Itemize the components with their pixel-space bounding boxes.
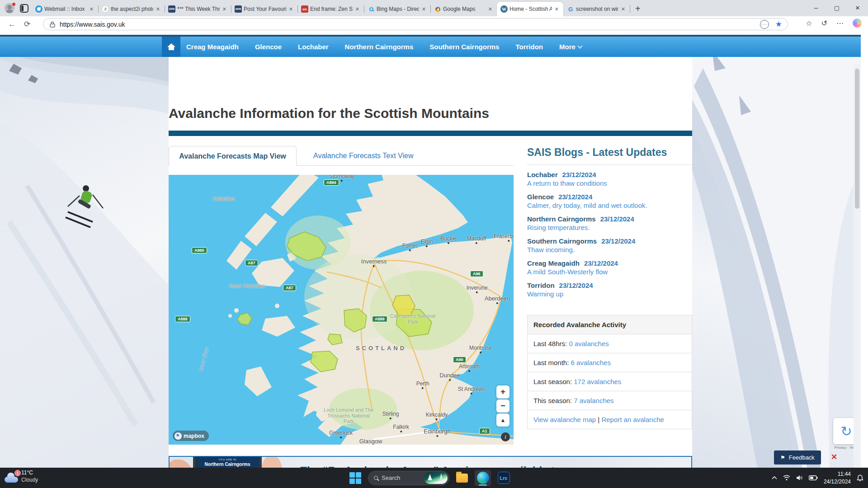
back-button[interactable]: ← (8, 20, 16, 29)
app-promo-banner[interactable]: YOU ARE IN Northern Cairngorms AVALANCHE… (169, 456, 692, 468)
map-compass-button[interactable]: ▲ (496, 413, 509, 427)
tab-close-icon[interactable]: ✕ (421, 6, 427, 12)
browser-profile-button[interactable] (5, 3, 15, 14)
tab-close-icon[interactable]: ✕ (288, 6, 294, 12)
maximize-button[interactable]: ▢ (826, 0, 847, 15)
activity-footer-link[interactable]: View avalanche map (533, 416, 596, 423)
battery-icon[interactable] (809, 475, 818, 480)
taskbar-search[interactable]: Search (368, 471, 449, 485)
sidebar-nav-lochaber[interactable]: Lochaber (298, 43, 329, 51)
activity-row: Last month: 6 avalanches (528, 353, 692, 372)
refresh-button[interactable]: ⟳ (24, 19, 30, 29)
edge-active-indicator (479, 484, 487, 486)
blog-post-link[interactable]: Calmer, dry today, mild and wet outlook. (527, 202, 692, 209)
map-zoom-out-button[interactable]: − (496, 399, 509, 413)
scrollbar-thumb[interactable] (855, 69, 859, 209)
edge-icon (477, 472, 489, 484)
activity-count-link[interactable]: 0 avalanches (569, 340, 609, 347)
map-zoom-in-button[interactable]: + (496, 385, 509, 399)
activity-count-link[interactable]: 7 avalanches (574, 397, 613, 404)
map-city-dot (468, 370, 470, 372)
file-explorer-button[interactable] (454, 470, 470, 486)
browser-tab[interactable]: Bing Maps - Directions✕ (364, 2, 430, 16)
weather-widget[interactable]: 1 11°C Cloudy (5, 469, 38, 483)
browser-tab[interactable]: 2the aspect2i photogra✕ (98, 2, 165, 16)
tab-close-icon[interactable]: ✕ (155, 6, 161, 12)
volume-icon[interactable] (796, 475, 803, 481)
browser-tab[interactable]: Webmail :: Inbox✕ (32, 2, 98, 16)
tab-workspaces-icon[interactable] (20, 4, 28, 13)
sidebar-nav-southern-cairngorms[interactable]: Southern Cairngorms (429, 43, 499, 51)
map-label-forres: Forres (402, 243, 418, 251)
browser-tab[interactable]: onEnd frame: Zen Shadow✕ (297, 2, 364, 16)
search-daily-image[interactable] (424, 472, 448, 484)
edge-browser-button[interactable] (475, 470, 491, 486)
browser-scrollbar[interactable] (854, 64, 861, 468)
clock[interactable]: 11:44 24/12/2024 (824, 470, 851, 485)
nav-more-dropdown[interactable]: More (559, 43, 582, 51)
copilot-icon[interactable] (853, 19, 862, 28)
browser-tab[interactable]: DPRPost Your Favourite Pic✕ (231, 2, 297, 16)
tab-close-icon[interactable]: ✕ (354, 6, 360, 12)
map-label-glasgow: Glasgow (359, 438, 382, 445)
feedback-button[interactable]: ⚑ Feedback (774, 450, 821, 465)
map-label-dundee: Dundee (439, 372, 460, 381)
blog-post-link[interactable]: A mild South-Westerly flow (527, 268, 692, 276)
minimize-button[interactable]: ─ (806, 0, 826, 15)
browser-tab[interactable]: Google Maps✕ (430, 2, 497, 16)
road-badge-a87: A87 (283, 285, 296, 291)
address-bar[interactable]: https://www.sais.gov.uk ··· ★ (43, 18, 788, 30)
sidebar-nav-northern-cairngorms[interactable]: Northern Cairngorms (345, 43, 414, 51)
sidebar-nav-creag-meagaidh[interactable]: Creag Meagaidh (186, 43, 239, 51)
activity-heading: Recorded Avalanche Activity (528, 315, 692, 334)
browser-tab[interactable]: Gscreenshot on window✕ (563, 2, 630, 16)
map-label-text: Montrose (469, 345, 492, 351)
notifications-bell-icon[interactable] (857, 474, 863, 482)
activity-footer-link[interactable]: Report an avalanche (601, 416, 664, 423)
map-label-text: SCOTLAND (356, 345, 406, 352)
home-nav-button[interactable] (162, 37, 180, 57)
new-tab-button[interactable]: + (635, 4, 641, 14)
history-icon[interactable]: ↺ (821, 19, 827, 28)
map-info-button[interactable]: i (501, 432, 510, 441)
blog-post-name: Torridon (527, 282, 555, 289)
tab-close-icon[interactable]: ✕ (554, 6, 560, 12)
tab-text-view[interactable]: Avalanche Forecasts Text View (305, 146, 421, 166)
settings-menu-icon[interactable]: ⋯ (836, 19, 844, 28)
mapbox-logo[interactable]: mapbox (173, 431, 209, 441)
lightroom-button[interactable]: Lrc (495, 470, 512, 486)
activity-count-link[interactable]: 6 avalanches (571, 359, 611, 366)
map-label-text: Kirkcaldy (426, 412, 448, 418)
tab-map-view[interactable]: Avalanche Forecasts Map View (169, 146, 297, 166)
tab-close-icon[interactable]: ✕ (487, 6, 493, 12)
activity-count-link[interactable]: 172 avalanches (574, 378, 621, 385)
tab-close-icon[interactable]: ✕ (89, 6, 94, 12)
browser-tab[interactable]: WHome - Scottish Avala✕ (497, 2, 563, 16)
avalanche-forecast-map[interactable]: StornowayHebridesForresElginBuckieMacduf… (169, 175, 514, 445)
feedback-close-icon[interactable]: ✕ (831, 452, 837, 462)
page-actions-icon[interactable]: ··· (760, 20, 769, 29)
tray-chevron-icon[interactable] (772, 476, 777, 480)
bookmark-star-icon[interactable]: ★ (775, 19, 782, 29)
map-label-text: Elgin (421, 239, 433, 245)
road-badge-a888: A888 (175, 316, 190, 322)
url-text[interactable]: https://www.sais.gov.uk (60, 21, 760, 28)
tab-close-icon[interactable]: ✕ (222, 6, 227, 12)
sidebar-nav-glencoe[interactable]: Glencoe (255, 43, 282, 51)
blog-post-link[interactable]: Thaw incoming. (527, 246, 692, 253)
search-icon (374, 476, 378, 480)
blog-post-header: Glencoe23/12/2024 (527, 193, 692, 201)
map-label-text: Loch Lomond and The Trossachs National P… (324, 407, 373, 424)
blog-post-link[interactable]: A return to thaw conditions (527, 179, 692, 187)
favorites-icon[interactable]: ☆ (806, 19, 812, 28)
tab-title: End frame: Zen Shadow (310, 6, 353, 12)
start-button[interactable] (347, 470, 363, 486)
sidebar-nav-torridon[interactable]: Torridon (515, 43, 543, 51)
browser-tab[interactable]: DPR*** This Week Through✕ (165, 2, 231, 16)
blog-post-link[interactable]: Rising temperatures. (527, 224, 692, 231)
blog-post: Glencoe23/12/2024Calmer, dry today, mild… (527, 193, 692, 209)
wifi-icon[interactable] (783, 475, 790, 481)
blog-post-link[interactable]: Warming up (527, 290, 692, 298)
close-button[interactable]: ✕ (847, 0, 868, 15)
tab-close-icon[interactable]: ✕ (620, 6, 626, 12)
